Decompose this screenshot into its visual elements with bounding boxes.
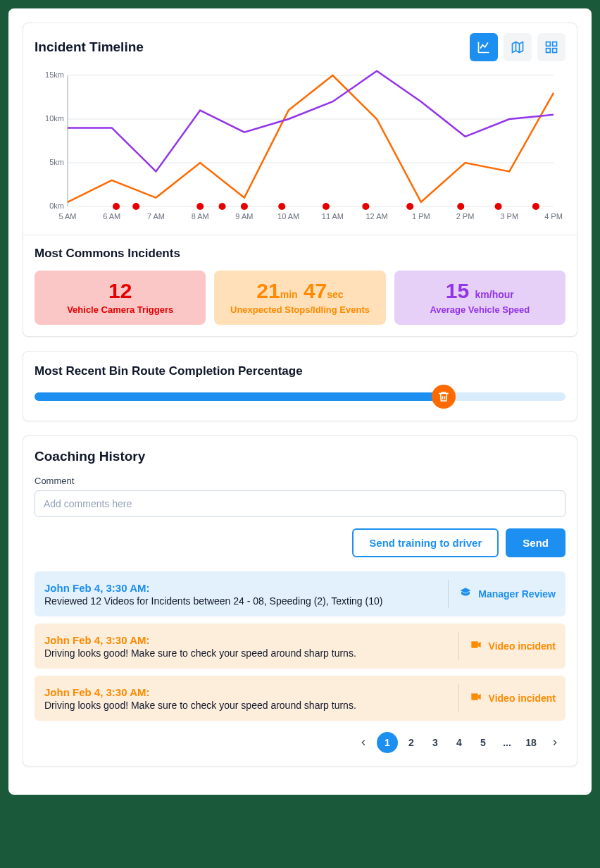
history-item[interactable]: John Feb 4, 3:30 AM: Driving looks good!…: [35, 676, 565, 721]
chart-area: 0km5km10km15km5 AM6 AM7 AM8 AM9 AM10 AM1…: [23, 68, 577, 235]
history-badge: Manager Review: [478, 588, 556, 600]
svg-point-30: [278, 203, 285, 210]
svg-point-31: [323, 203, 330, 210]
svg-text:15km: 15km: [45, 70, 64, 79]
pager-page-3[interactable]: 3: [425, 732, 446, 753]
timeline-title: Incident Timeline: [35, 39, 144, 55]
incident-value: 12: [40, 280, 200, 302]
svg-text:6 AM: 6 AM: [103, 212, 120, 221]
progress-card: Most Recent Bin Route Completion Percent…: [23, 351, 577, 421]
svg-point-25: [113, 203, 120, 210]
app-root: Incident Timeline 0km5km10km15km5 AM6 AM…: [8, 8, 592, 795]
history-badge-group: Manager Review: [448, 580, 556, 608]
incident-timeline-card: Incident Timeline 0km5km10km15km5 AM6 AM…: [23, 23, 577, 337]
history-content: John Feb 4, 3:30 AM: Driving looks good!…: [44, 686, 449, 711]
svg-text:10 AM: 10 AM: [277, 212, 299, 221]
view-grid-button[interactable]: [537, 33, 565, 61]
history-badge: Video incident: [489, 640, 556, 652]
svg-text:0km: 0km: [49, 202, 64, 210]
history-text: Driving looks good! Make sure to check y…: [44, 647, 449, 659]
pager-page-4[interactable]: 4: [449, 732, 470, 753]
history-text: Driving looks good! Make sure to check y…: [44, 700, 449, 711]
svg-point-27: [196, 203, 204, 210]
incident-label: Unexpected Stops/Idling Events: [220, 304, 380, 315]
svg-point-26: [132, 203, 139, 210]
svg-point-36: [532, 203, 539, 210]
incident-card-speed: 15 km/hour Average Vehicle Speed: [394, 271, 565, 325]
pager-page-1[interactable]: 1: [377, 732, 398, 753]
history-badge-group: Video incident: [458, 632, 556, 660]
history-content: John Feb 4, 3:30 AM: Reviewed 12 Videos …: [44, 582, 438, 607]
svg-text:7 AM: 7 AM: [147, 212, 165, 221]
svg-text:5 AM: 5 AM: [58, 212, 76, 221]
svg-rect-0: [546, 42, 551, 46]
svg-rect-3: [553, 49, 557, 53]
history-author: John Feb 4, 3:30 AM:: [44, 686, 449, 698]
incidents-title: Most Commons Incidents: [35, 247, 565, 261]
trash-icon: [432, 385, 456, 409]
svg-point-35: [495, 203, 502, 210]
send-button[interactable]: Send: [506, 528, 565, 557]
svg-text:2 PM: 2 PM: [456, 212, 475, 221]
send-training-button[interactable]: Send training to driver: [352, 528, 499, 557]
comment-input[interactable]: [35, 490, 565, 517]
incident-label: Vehicle Camera Triggers: [40, 304, 200, 315]
pager-page-5[interactable]: 5: [473, 732, 494, 753]
comment-label: Comment: [35, 476, 565, 486]
progress-bar: [35, 392, 565, 401]
incident-label: Average Vehicle Speed: [400, 304, 560, 315]
history-badge: Video incident: [489, 693, 556, 704]
history-list: John Feb 4, 3:30 AM: Reviewed 12 Videos …: [35, 571, 565, 721]
svg-point-29: [241, 203, 248, 210]
history-item[interactable]: John Feb 4, 3:30 AM: Driving looks good!…: [35, 624, 565, 669]
view-switch: [470, 33, 565, 61]
pager-next[interactable]: [544, 732, 565, 753]
pager-page-2[interactable]: 2: [401, 732, 422, 753]
svg-point-32: [362, 203, 369, 210]
svg-point-34: [457, 203, 464, 210]
grid-icon: [544, 40, 558, 54]
svg-point-28: [219, 203, 226, 210]
timeline-header: Incident Timeline: [23, 23, 577, 68]
svg-text:5km: 5km: [49, 158, 64, 166]
incident-value: 15 km/hour: [400, 280, 560, 302]
svg-text:1 PM: 1 PM: [412, 212, 430, 221]
svg-text:3 PM: 3 PM: [500, 212, 518, 221]
incident-card-camera: 12 Vehicle Camera Triggers: [35, 271, 206, 325]
video-camera-icon: [469, 639, 483, 653]
svg-point-33: [406, 203, 413, 210]
graduation-cap-icon: [458, 586, 473, 602]
pager-ellipsis: ...: [496, 732, 518, 753]
svg-text:11 AM: 11 AM: [322, 212, 344, 221]
svg-text:10km: 10km: [45, 114, 64, 123]
coaching-title: Coaching History: [35, 449, 565, 464]
svg-text:12 AM: 12 AM: [365, 212, 387, 221]
view-map-button[interactable]: [504, 33, 532, 61]
history-content: John Feb 4, 3:30 AM: Driving looks good!…: [44, 634, 449, 659]
history-author: John Feb 4, 3:30 AM:: [44, 634, 449, 646]
history-text: Reviewed 12 Videos for Incidents between…: [44, 595, 438, 607]
video-camera-icon: [469, 691, 483, 705]
view-chart-button[interactable]: [470, 33, 498, 61]
map-icon: [511, 40, 525, 54]
chart-line-icon: [477, 40, 491, 54]
svg-text:8 AM: 8 AM: [192, 212, 209, 221]
coaching-actions: Send training to driver Send: [35, 528, 565, 557]
svg-text:9 AM: 9 AM: [235, 212, 253, 221]
pager-page-18[interactable]: 18: [520, 732, 542, 753]
history-badge-group: Video incident: [458, 684, 556, 712]
progress-fill: [35, 392, 444, 401]
history-item[interactable]: John Feb 4, 3:30 AM: Reviewed 12 Videos …: [35, 571, 565, 616]
svg-rect-2: [546, 49, 551, 53]
incident-cards: 12 Vehicle Camera Triggers 21min 47sec U…: [35, 271, 565, 325]
incident-card-stops: 21min 47sec Unexpected Stops/Idling Even…: [214, 271, 385, 325]
incident-value: 21min 47sec: [220, 280, 380, 302]
coaching-card: Coaching History Comment Send training t…: [23, 435, 577, 767]
history-author: John Feb 4, 3:30 AM:: [44, 582, 438, 594]
pager-prev[interactable]: [353, 732, 374, 753]
progress-title: Most Recent Bin Route Completion Percent…: [35, 364, 565, 378]
svg-rect-1: [553, 42, 557, 46]
pager: 12345...18: [35, 732, 565, 753]
most-common-incidents: Most Commons Incidents 12 Vehicle Camera…: [23, 235, 577, 336]
line-chart: 0km5km10km15km5 AM6 AM7 AM8 AM9 AM10 AM1…: [35, 68, 565, 223]
